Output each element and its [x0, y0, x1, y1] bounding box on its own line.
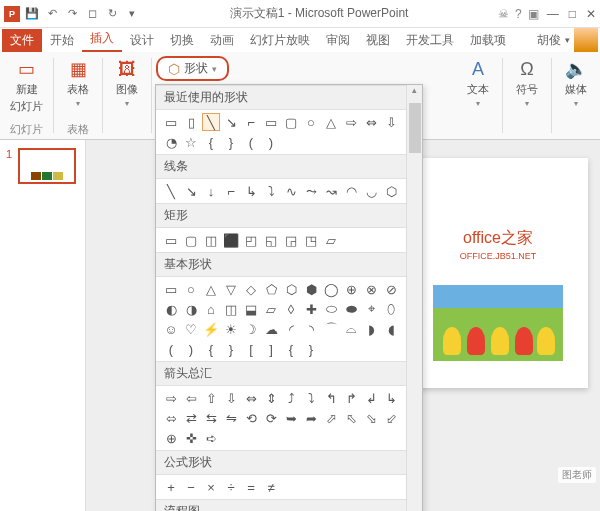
shape-a6[interactable]: ⇕ — [262, 389, 280, 407]
shape-a10[interactable]: ↱ — [342, 389, 360, 407]
shape-lbracket[interactable]: ( — [242, 133, 260, 151]
shape-line5[interactable]: ↳ — [242, 182, 260, 200]
shape-b13[interactable]: ◐ — [162, 300, 180, 318]
shape-r7[interactable]: ◲ — [282, 231, 300, 249]
shape-b37[interactable]: ( — [162, 340, 180, 358]
shape-b2[interactable]: ○ — [182, 280, 200, 298]
shape-b40[interactable]: } — [222, 340, 240, 358]
shape-a23[interactable]: ⬂ — [362, 409, 380, 427]
shape-a15[interactable]: ⇆ — [202, 409, 220, 427]
shape-rbrace[interactable]: } — [222, 133, 240, 151]
shape-b28[interactable]: ☀ — [222, 320, 240, 338]
shape-b16[interactable]: ◫ — [222, 300, 240, 318]
shape-a7[interactable]: ⤴ — [282, 389, 300, 407]
shape-b19[interactable]: ◊ — [282, 300, 300, 318]
shape-r4[interactable]: ⬛ — [222, 231, 240, 249]
shape-b6[interactable]: ⬠ — [262, 280, 280, 298]
shape-a9[interactable]: ↰ — [322, 389, 340, 407]
shape-b7[interactable]: ⬡ — [282, 280, 300, 298]
shape-a24[interactable]: ⬃ — [382, 409, 400, 427]
shape-b18[interactable]: ▱ — [262, 300, 280, 318]
shape-b1[interactable]: ▭ — [162, 280, 180, 298]
tab-design[interactable]: 设计 — [122, 29, 162, 52]
shape-star[interactable]: ☆ — [182, 133, 200, 151]
shape-a3[interactable]: ⇧ — [202, 389, 220, 407]
shape-eq2[interactable]: − — [182, 478, 200, 496]
shape-b20[interactable]: ✚ — [302, 300, 320, 318]
shape-a20[interactable]: ➦ — [302, 409, 320, 427]
shape-b41[interactable]: [ — [242, 340, 260, 358]
shape-a18[interactable]: ⟳ — [262, 409, 280, 427]
shape-b44[interactable]: } — [302, 340, 320, 358]
user-dropdown-icon[interactable]: ▾ — [565, 35, 570, 45]
shape-b30[interactable]: ☁ — [262, 320, 280, 338]
shape-b4[interactable]: ▽ — [222, 280, 240, 298]
shape-line[interactable]: ╲ — [202, 113, 220, 131]
shape-b26[interactable]: ♡ — [182, 320, 200, 338]
shape-line2[interactable]: ↘ — [182, 182, 200, 200]
shape-rbracket[interactable]: ) — [262, 133, 280, 151]
redo-icon[interactable]: ↷ — [64, 6, 80, 22]
shape-rect[interactable]: ▭ — [262, 113, 280, 131]
tab-insert[interactable]: 插入 — [82, 27, 122, 52]
shape-a17[interactable]: ⟲ — [242, 409, 260, 427]
shape-b5[interactable]: ◇ — [242, 280, 260, 298]
tab-slideshow[interactable]: 幻灯片放映 — [242, 29, 318, 52]
shape-a21[interactable]: ⬀ — [322, 409, 340, 427]
shape-r1[interactable]: ▭ — [162, 231, 180, 249]
tab-animations[interactable]: 动画 — [202, 29, 242, 52]
new-slide-button[interactable]: ▭ 新建 幻灯片 — [4, 56, 49, 116]
shape-b34[interactable]: ⌓ — [342, 320, 360, 338]
shape-a16[interactable]: ⇋ — [222, 409, 240, 427]
shape-r9[interactable]: ▱ — [322, 231, 340, 249]
shape-line3[interactable]: ↓ — [202, 182, 220, 200]
shape-lbrace[interactable]: { — [202, 133, 220, 151]
shape-b38[interactable]: ) — [182, 340, 200, 358]
shape-line4[interactable]: ⌐ — [222, 182, 240, 200]
help-icon[interactable]: ? — [515, 7, 522, 21]
shape-eq6[interactable]: ≠ — [262, 478, 280, 496]
minimize-button[interactable]: — — [547, 7, 559, 21]
shape-eq1[interactable]: + — [162, 478, 180, 496]
shape-oval[interactable]: ○ — [302, 113, 320, 131]
qat-dropdown-icon[interactable]: ▾ — [124, 6, 140, 22]
shape-a2[interactable]: ⇦ — [182, 389, 200, 407]
slide-thumbnail-1[interactable]: 1 — [4, 148, 81, 184]
shape-eq4[interactable]: ÷ — [222, 478, 240, 496]
shape-a26[interactable]: ✜ — [182, 429, 200, 447]
shape-rightarrow[interactable]: ⇨ — [342, 113, 360, 131]
images-button[interactable]: 🖼 图像 ▾ — [107, 56, 147, 110]
avatar[interactable] — [574, 28, 598, 52]
shape-a22[interactable]: ⬁ — [342, 409, 360, 427]
shape-b25[interactable]: ☺ — [162, 320, 180, 338]
shape-b31[interactable]: ◜ — [282, 320, 300, 338]
shape-b17[interactable]: ⬓ — [242, 300, 260, 318]
shape-b15[interactable]: ⌂ — [202, 300, 220, 318]
shape-b11[interactable]: ⊗ — [362, 280, 380, 298]
shape-connector[interactable]: ⌐ — [242, 113, 260, 131]
shape-b24[interactable]: ⬯ — [382, 300, 400, 318]
shape-b3[interactable]: △ — [202, 280, 220, 298]
shape-b32[interactable]: ◝ — [302, 320, 320, 338]
shape-b8[interactable]: ⬢ — [302, 280, 320, 298]
shape-r6[interactable]: ◱ — [262, 231, 280, 249]
shapes-button[interactable]: ⬡ 形状 ▾ — [156, 56, 229, 81]
shape-a11[interactable]: ↲ — [362, 389, 380, 407]
shape-eq3[interactable]: × — [202, 478, 220, 496]
shape-vertical-textbox[interactable]: ▯ — [182, 113, 200, 131]
shape-b36[interactable]: ◖ — [382, 320, 400, 338]
shape-r8[interactable]: ◳ — [302, 231, 320, 249]
shape-a19[interactable]: ➥ — [282, 409, 300, 427]
shape-triangle[interactable]: △ — [322, 113, 340, 131]
shape-b12[interactable]: ⊘ — [382, 280, 400, 298]
shape-b9[interactable]: ◯ — [322, 280, 340, 298]
shape-line6[interactable]: ⤵ — [262, 182, 280, 200]
shape-a12[interactable]: ↳ — [382, 389, 400, 407]
tab-home[interactable]: 开始 — [42, 29, 82, 52]
qat-icon-2[interactable]: ↻ — [104, 6, 120, 22]
tab-view[interactable]: 视图 — [358, 29, 398, 52]
shape-freeform[interactable]: ⬡ — [382, 182, 400, 200]
shape-downarrow[interactable]: ⇩ — [382, 113, 400, 131]
shape-b35[interactable]: ◗ — [362, 320, 380, 338]
shape-b29[interactable]: ☽ — [242, 320, 260, 338]
